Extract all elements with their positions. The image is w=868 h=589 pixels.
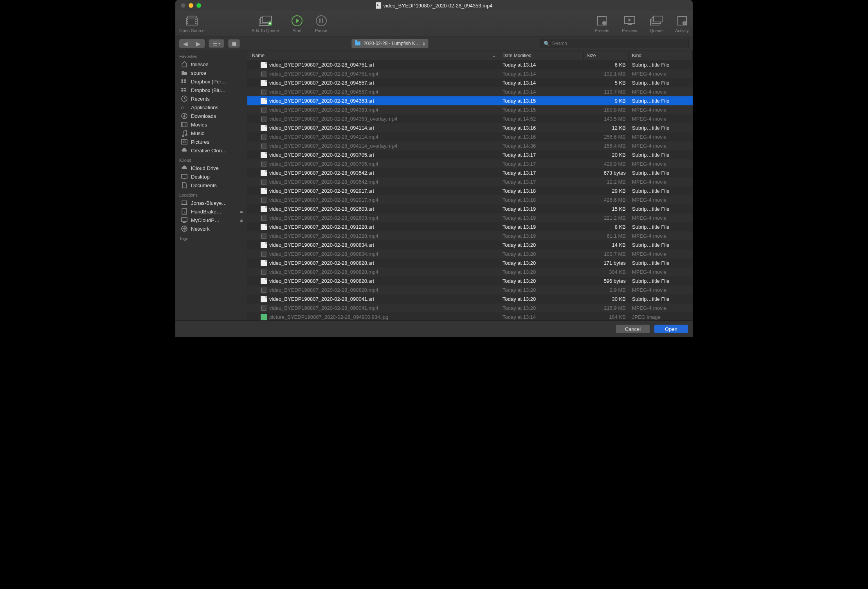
eject-icon[interactable]: ⏏ bbox=[240, 218, 243, 222]
sidebar-item-fav-0[interactable]: follesoe bbox=[175, 60, 247, 69]
open-source-button[interactable]: Open Source bbox=[179, 14, 205, 33]
sidebar-item-loc-1[interactable]: HandBrake…⏏ bbox=[175, 207, 247, 216]
svg-point-16 bbox=[602, 21, 606, 25]
file-size: 596 bytes bbox=[583, 278, 629, 284]
sidebar-item-fav-7[interactable]: Movies bbox=[175, 120, 247, 129]
col-date-modified[interactable]: Date Modified bbox=[499, 51, 583, 60]
forward-button[interactable]: ▶ bbox=[192, 39, 205, 48]
sidebar-item-loc-0[interactable]: Jonas-Blueye… bbox=[175, 199, 247, 207]
sidebar-item-fav-4[interactable]: Recents bbox=[175, 94, 247, 103]
file-size: 256,6 MB bbox=[583, 134, 629, 140]
file-row[interactable]: video_BYEDP190807_2020-02-28_090834.mp4T… bbox=[247, 249, 693, 258]
col-size[interactable]: Size bbox=[583, 51, 629, 60]
folder-popup[interactable]: 2020-02-28 - Lumpfish K… ▴▾ bbox=[351, 39, 429, 48]
window-title-text: video_BYEDP190807_2020-02-28_094353.mp4 bbox=[384, 3, 493, 9]
file-doc-icon bbox=[261, 62, 267, 68]
file-row[interactable]: video_BYEDP190807_2020-02-28_093542.srtT… bbox=[247, 168, 693, 177]
file-row[interactable]: video_BYEDP190807_2020-02-28_092603.mp4T… bbox=[247, 213, 693, 222]
file-name: video_BYEDP190807_2020-02-28_091228.mp4 bbox=[269, 233, 378, 239]
sidebar-item-fav-5[interactable]: ⌂Applications bbox=[175, 103, 247, 112]
sidebar-item-fav-6[interactable]: Downloads bbox=[175, 112, 247, 120]
sidebar-item-fav-10[interactable]: Creative Clou… bbox=[175, 146, 247, 155]
preview-button[interactable]: Preview bbox=[622, 14, 637, 33]
group-button[interactable]: ▦ bbox=[228, 39, 240, 48]
sidebar-item-fav-8[interactable]: Music bbox=[175, 129, 247, 137]
file-modified: Today at 14:36 bbox=[499, 143, 583, 149]
file-row[interactable]: video_BYEDP190807_2020-02-28_093705.srtT… bbox=[247, 150, 693, 159]
search-input[interactable] bbox=[552, 41, 685, 46]
disk-icon bbox=[181, 208, 188, 215]
presets-button[interactable]: Presets bbox=[595, 14, 609, 33]
file-row[interactable]: video_BYEDP190807_2020-02-28_094557.mp4T… bbox=[247, 87, 693, 96]
sidebar-item-icloud-1[interactable]: Desktop bbox=[175, 172, 247, 181]
file-row[interactable]: video_BYEDP190807_2020-02-28_094114_over… bbox=[247, 141, 693, 150]
file-row[interactable]: video_BYEDP190807_2020-02-28_094114.mp4T… bbox=[247, 132, 693, 141]
file-row[interactable]: video_BYEDP190807_2020-02-28_090834.srtT… bbox=[247, 240, 693, 249]
back-button[interactable]: ◀ bbox=[179, 39, 192, 48]
search-field[interactable]: 🔍 bbox=[540, 39, 689, 48]
svg-rect-31 bbox=[182, 174, 187, 178]
file-row[interactable]: video_BYEDP190807_2020-02-28_093542.mp4T… bbox=[247, 177, 693, 186]
file-row[interactable]: video_BYEDP190807_2020-02-28_093705.mp4T… bbox=[247, 159, 693, 168]
view-mode-button[interactable]: ☰▾ bbox=[209, 39, 224, 48]
sidebar-item-icloud-2[interactable]: Documents bbox=[175, 181, 247, 190]
add-to-queue-button[interactable]: Add To Queue bbox=[252, 14, 279, 33]
pause-button[interactable]: Pause bbox=[315, 14, 327, 33]
sidebar-item-icloud-0[interactable]: iCloud Drive bbox=[175, 164, 247, 172]
file-row[interactable]: video_BYEDP190807_2020-02-28_090041.srtT… bbox=[247, 294, 693, 304]
file-size: 673 bytes bbox=[583, 170, 629, 176]
clock-icon bbox=[181, 96, 188, 102]
file-row[interactable]: video_BYEDP190807_2020-02-28_090820.mp4T… bbox=[247, 285, 693, 294]
sidebar-item-fav-2[interactable]: Dropbox (Per… bbox=[175, 77, 247, 86]
svg-rect-32 bbox=[184, 179, 185, 179]
svg-point-12 bbox=[316, 16, 326, 26]
file-row[interactable]: video_BYEDP190807_2020-02-28_092917.srtT… bbox=[247, 186, 693, 195]
sidebar-item-fav-3[interactable]: Dropbox (Blu… bbox=[175, 86, 247, 94]
file-name: video_BYEDP190807_2020-02-28_093705.mp4 bbox=[269, 161, 378, 167]
sidebar-item-fav-9[interactable]: Pictures bbox=[175, 137, 247, 146]
file-row[interactable]: picture_BYEDP190807_2020-02-28_094900.93… bbox=[247, 313, 693, 320]
file-row[interactable]: video_BYEDP190807_2020-02-28_094114.srtT… bbox=[247, 123, 693, 132]
file-row[interactable]: video_BYEDP190807_2020-02-28_094353.mp4T… bbox=[247, 105, 693, 114]
stack-plus-icon bbox=[259, 14, 272, 27]
file-size: 221,2 MB bbox=[583, 215, 629, 221]
file-row[interactable]: video_BYEDP190807_2020-02-28_094353_over… bbox=[247, 114, 693, 123]
file-doc-icon bbox=[261, 125, 267, 131]
sidebar[interactable]: Favorites follesoesourceDropbox (Per…Dro… bbox=[175, 51, 247, 320]
activity-button[interactable]: i Activity bbox=[675, 14, 689, 33]
file-row[interactable]: video_BYEDP190807_2020-02-28_090828.srtT… bbox=[247, 258, 693, 267]
eject-icon[interactable]: ⏏ bbox=[240, 210, 243, 214]
file-size: 216,9 MB bbox=[583, 305, 629, 311]
file-row[interactable]: video_BYEDP190807_2020-02-28_092603.srtT… bbox=[247, 204, 693, 213]
queue-button[interactable]: Queue bbox=[650, 14, 663, 33]
file-list[interactable]: video_BYEDP190807_2020-02-28_094751.srtT… bbox=[247, 60, 693, 320]
cancel-button[interactable]: Cancel bbox=[616, 325, 650, 333]
open-button[interactable]: Open bbox=[654, 325, 688, 333]
file-row[interactable]: video_BYEDP190807_2020-02-28_094353.srtT… bbox=[247, 96, 693, 105]
sidebar-item-loc-3[interactable]: Network bbox=[175, 224, 247, 233]
file-row[interactable]: video_BYEDP190807_2020-02-28_094557.srtT… bbox=[247, 78, 693, 87]
sidebar-item-label: Jonas-Blueye… bbox=[191, 200, 227, 206]
file-vid-icon bbox=[261, 107, 267, 113]
file-row[interactable]: video_BYEDP190807_2020-02-28_094751.mp4T… bbox=[247, 69, 693, 78]
sidebar-item-fav-1[interactable]: source bbox=[175, 69, 247, 77]
file-vid-icon bbox=[261, 71, 267, 77]
file-kind: Subrip…title File bbox=[629, 125, 693, 131]
svg-rect-35 bbox=[182, 209, 187, 214]
svg-rect-37 bbox=[182, 218, 187, 222]
file-row[interactable]: video_BYEDP190807_2020-02-28_090820.srtT… bbox=[247, 276, 693, 285]
col-kind[interactable]: Kind bbox=[629, 51, 693, 60]
file-modified: Today at 13:16 bbox=[499, 134, 583, 140]
file-row[interactable]: video_BYEDP190807_2020-02-28_091228.mp4T… bbox=[247, 231, 693, 240]
file-name: video_BYEDP190807_2020-02-28_094114_over… bbox=[269, 143, 397, 149]
file-row[interactable]: video_BYEDP190807_2020-02-28_094751.srtT… bbox=[247, 60, 693, 69]
file-row[interactable]: video_BYEDP190807_2020-02-28_091228.srtT… bbox=[247, 222, 693, 231]
globe-icon bbox=[181, 226, 188, 232]
file-row[interactable]: video_BYEDP190807_2020-02-28_090828.mp4T… bbox=[247, 267, 693, 276]
file-row[interactable]: video_BYEDP190807_2020-02-28_090041.mp4T… bbox=[247, 304, 693, 313]
sidebar-item-loc-2[interactable]: MyCloudP…⏏ bbox=[175, 216, 247, 224]
col-name[interactable]: Name⌄ bbox=[247, 51, 499, 60]
start-button[interactable]: Start bbox=[292, 14, 303, 33]
svg-text:⌂: ⌂ bbox=[181, 104, 184, 110]
file-row[interactable]: video_BYEDP190807_2020-02-28_092917.mp4T… bbox=[247, 195, 693, 204]
